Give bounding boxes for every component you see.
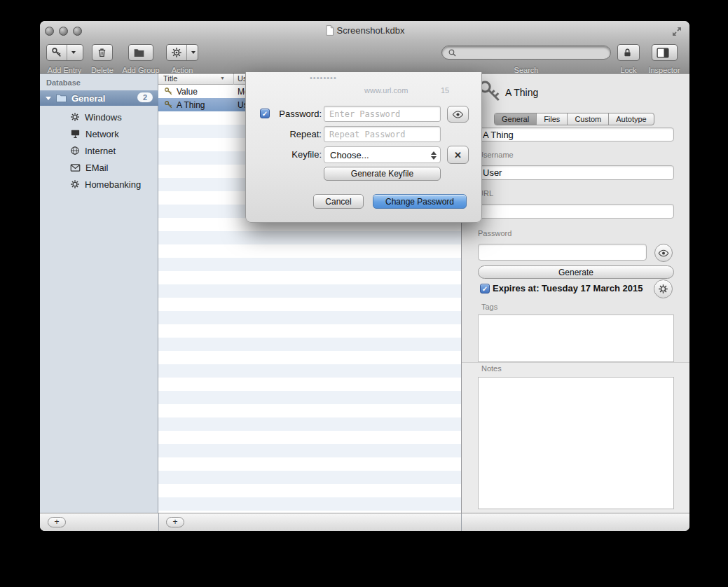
envelope-icon (70, 163, 81, 172)
inspector-panel: A Thing General Files Custom Autotype Us… (461, 74, 689, 513)
inspector-button[interactable] (652, 44, 678, 61)
lock-button[interactable] (617, 44, 640, 61)
key-icon (164, 87, 173, 96)
folder-icon (129, 45, 149, 60)
sidebar-item-label: Windows (85, 112, 122, 123)
entry-title-cell: A Thing (177, 100, 205, 110)
keyfile-dropdown-value: Choose... (330, 150, 369, 160)
add-entry-plus-button[interactable]: + (166, 517, 184, 527)
entry-count-badge: 2 (137, 92, 153, 102)
change-password-button[interactable]: Change Password (373, 194, 467, 209)
stepper-arrows-icon (430, 150, 437, 160)
sort-indicator-icon: ▼ (220, 76, 225, 81)
reveal-password-button[interactable] (654, 244, 673, 262)
group-sidebar: Database General 2 Windows Network Inter… (40, 74, 158, 513)
sidebar-item-label: Network (85, 129, 119, 139)
dialog-password-label: Password: (273, 109, 322, 119)
password-field[interactable] (478, 244, 647, 261)
obscured-password-cell: •••••••• (310, 74, 337, 82)
entry-title-field[interactable] (478, 127, 674, 141)
search-input[interactable] (460, 48, 605, 57)
bottom-bar: + + (40, 513, 689, 531)
column-header-title[interactable]: Title (163, 74, 177, 83)
tab-autotype[interactable]: Autotype (608, 113, 653, 125)
change-password-dialog: •••••••• www.url.com 15 ✓ Password: Repe… (245, 72, 482, 223)
inspector-panel-icon (652, 45, 673, 60)
tags-input[interactable] (478, 315, 674, 362)
generate-password-button[interactable]: Generate (478, 265, 674, 279)
sidebar-item-label: Homebanking (85, 179, 141, 190)
eye-icon (452, 111, 464, 118)
entry-title-cell: Value (177, 87, 198, 97)
add-group-button[interactable] (128, 44, 153, 61)
gear-icon (658, 284, 668, 294)
toolbar: Add Entry Delete Add Group Action Search (40, 41, 689, 74)
add-entry-button[interactable] (46, 44, 83, 61)
sidebar-item-label: EMail (85, 163, 109, 173)
password-label: Password (478, 229, 511, 237)
reveal-password-button[interactable] (447, 106, 469, 123)
window-title-text: Screenshot.kdbx (337, 25, 405, 36)
gear-icon (70, 112, 80, 122)
action-button[interactable] (166, 44, 198, 61)
cancel-button[interactable]: Cancel (313, 194, 364, 209)
folder-icon (55, 93, 67, 103)
sidebar-item-internet[interactable]: Internet (40, 142, 158, 159)
sidebar-item-label: Internet (85, 146, 116, 156)
obscured-url-cell: www.url.com (364, 86, 408, 95)
username-field[interactable] (478, 165, 674, 180)
action-dropdown[interactable] (186, 45, 200, 60)
column-divider[interactable] (233, 74, 234, 85)
globe-icon (70, 146, 80, 156)
search-icon (448, 48, 457, 57)
titlebar: Screenshot.kdbx (40, 21, 689, 41)
repeat-password-input[interactable] (324, 126, 441, 142)
chevron-down-icon (191, 51, 195, 54)
sidebar-item-windows[interactable]: Windows (40, 109, 158, 125)
password-settings-button[interactable] (654, 279, 673, 298)
app-window: Screenshot.kdbx Add Entry Delete Add Gro… (40, 21, 689, 531)
notes-section: Notes (462, 362, 689, 513)
sidebar-section-header: Database (46, 78, 81, 87)
obscured-modified-cell: 15 (441, 86, 449, 95)
trash-icon (92, 45, 111, 60)
tags-label: Tags (481, 303, 497, 311)
window-title: Screenshot.kdbx (40, 25, 689, 36)
new-password-input[interactable] (324, 106, 441, 122)
pane-divider (158, 513, 159, 531)
notes-label: Notes (481, 364, 502, 373)
url-field[interactable] (478, 204, 674, 219)
key-icon (47, 45, 67, 60)
sidebar-item-network[interactable]: Network (40, 125, 158, 142)
keyfile-dropdown[interactable]: Choose... (324, 146, 441, 163)
fullscreen-icon[interactable] (671, 26, 682, 37)
delete-button[interactable] (92, 44, 113, 61)
expires-checkbox[interactable]: ✓ (480, 284, 490, 294)
tab-files[interactable]: Files (536, 113, 567, 125)
eye-icon (658, 249, 669, 257)
sidebar-group-label: General (71, 93, 105, 104)
sidebar-item-email[interactable]: EMail (40, 159, 158, 176)
key-icon (164, 100, 173, 109)
sidebar-item-homebanking[interactable]: Homebanking (40, 176, 158, 193)
padlock-icon (618, 45, 637, 60)
add-group-plus-button[interactable]: + (48, 517, 66, 527)
search-field[interactable] (441, 46, 611, 60)
dialog-keyfile-label: Keyfile: (273, 149, 322, 160)
add-entry-dropdown[interactable] (67, 45, 80, 60)
document-icon (325, 25, 334, 36)
username-label: Username (478, 151, 514, 159)
clear-keyfile-button[interactable]: ✕ (447, 146, 469, 164)
disclosure-triangle-icon[interactable] (46, 97, 51, 100)
chevron-down-icon (71, 51, 76, 54)
monitor-icon (70, 129, 81, 139)
inspector-entry-title: A Thing (505, 87, 538, 98)
notes-input[interactable] (478, 377, 674, 509)
sidebar-group-general[interactable]: General 2 (40, 90, 158, 106)
pane-divider (461, 513, 462, 531)
tab-general[interactable]: General (495, 113, 536, 125)
tab-custom[interactable]: Custom (567, 113, 608, 125)
generate-keyfile-button[interactable]: Generate Keyfile (324, 167, 441, 181)
password-enabled-checkbox[interactable]: ✓ (260, 109, 270, 118)
gear-icon (167, 45, 186, 60)
